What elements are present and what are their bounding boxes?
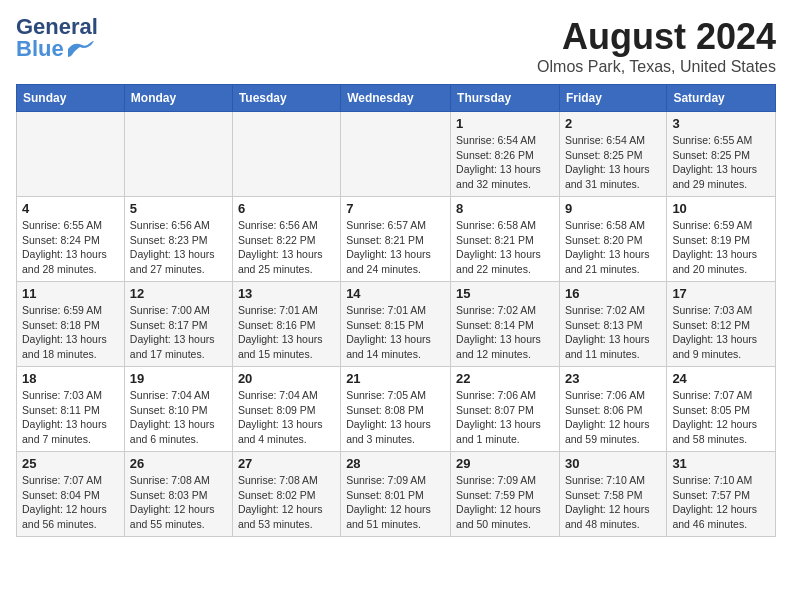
day-info: Sunrise: 6:59 AMSunset: 8:18 PMDaylight:… <box>22 303 119 362</box>
calendar-cell: 27Sunrise: 7:08 AMSunset: 8:02 PMDayligh… <box>232 452 340 537</box>
day-number: 9 <box>565 201 661 216</box>
calendar-table: SundayMondayTuesdayWednesdayThursdayFrid… <box>16 84 776 537</box>
calendar-cell: 2Sunrise: 6:54 AMSunset: 8:25 PMDaylight… <box>559 112 666 197</box>
day-number: 31 <box>672 456 770 471</box>
day-info: Sunrise: 7:01 AMSunset: 8:15 PMDaylight:… <box>346 303 445 362</box>
calendar-cell: 23Sunrise: 7:06 AMSunset: 8:06 PMDayligh… <box>559 367 666 452</box>
day-info: Sunrise: 7:00 AMSunset: 8:17 PMDaylight:… <box>130 303 227 362</box>
day-number: 3 <box>672 116 770 131</box>
day-info: Sunrise: 6:54 AMSunset: 8:25 PMDaylight:… <box>565 133 661 192</box>
day-number: 27 <box>238 456 335 471</box>
day-info: Sunrise: 7:06 AMSunset: 8:07 PMDaylight:… <box>456 388 554 447</box>
day-number: 19 <box>130 371 227 386</box>
day-info: Sunrise: 6:54 AMSunset: 8:26 PMDaylight:… <box>456 133 554 192</box>
day-info: Sunrise: 7:10 AMSunset: 7:58 PMDaylight:… <box>565 473 661 532</box>
day-number: 21 <box>346 371 445 386</box>
calendar-cell: 8Sunrise: 6:58 AMSunset: 8:21 PMDaylight… <box>451 197 560 282</box>
day-info: Sunrise: 6:55 AMSunset: 8:25 PMDaylight:… <box>672 133 770 192</box>
day-info: Sunrise: 6:57 AMSunset: 8:21 PMDaylight:… <box>346 218 445 277</box>
calendar-week-5: 25Sunrise: 7:07 AMSunset: 8:04 PMDayligh… <box>17 452 776 537</box>
logo-text: General Blue <box>16 16 98 60</box>
calendar-cell: 20Sunrise: 7:04 AMSunset: 8:09 PMDayligh… <box>232 367 340 452</box>
calendar-cell: 22Sunrise: 7:06 AMSunset: 8:07 PMDayligh… <box>451 367 560 452</box>
calendar-cell: 1Sunrise: 6:54 AMSunset: 8:26 PMDaylight… <box>451 112 560 197</box>
day-number: 11 <box>22 286 119 301</box>
day-number: 8 <box>456 201 554 216</box>
main-title: August 2024 <box>537 16 776 58</box>
calendar-cell: 9Sunrise: 6:58 AMSunset: 8:20 PMDaylight… <box>559 197 666 282</box>
calendar-cell: 16Sunrise: 7:02 AMSunset: 8:13 PMDayligh… <box>559 282 666 367</box>
calendar-cell <box>341 112 451 197</box>
day-number: 22 <box>456 371 554 386</box>
day-number: 1 <box>456 116 554 131</box>
calendar-header-row: SundayMondayTuesdayWednesdayThursdayFrid… <box>17 85 776 112</box>
calendar-cell: 7Sunrise: 6:57 AMSunset: 8:21 PMDaylight… <box>341 197 451 282</box>
calendar-week-4: 18Sunrise: 7:03 AMSunset: 8:11 PMDayligh… <box>17 367 776 452</box>
weekday-header-monday: Monday <box>124 85 232 112</box>
day-number: 13 <box>238 286 335 301</box>
day-info: Sunrise: 6:55 AMSunset: 8:24 PMDaylight:… <box>22 218 119 277</box>
day-number: 5 <box>130 201 227 216</box>
calendar-cell: 4Sunrise: 6:55 AMSunset: 8:24 PMDaylight… <box>17 197 125 282</box>
day-info: Sunrise: 7:03 AMSunset: 8:12 PMDaylight:… <box>672 303 770 362</box>
weekday-header-friday: Friday <box>559 85 666 112</box>
day-info: Sunrise: 7:04 AMSunset: 8:10 PMDaylight:… <box>130 388 227 447</box>
day-info: Sunrise: 6:58 AMSunset: 8:21 PMDaylight:… <box>456 218 554 277</box>
day-info: Sunrise: 6:59 AMSunset: 8:19 PMDaylight:… <box>672 218 770 277</box>
day-info: Sunrise: 7:06 AMSunset: 8:06 PMDaylight:… <box>565 388 661 447</box>
calendar-cell: 21Sunrise: 7:05 AMSunset: 8:08 PMDayligh… <box>341 367 451 452</box>
calendar-cell: 13Sunrise: 7:01 AMSunset: 8:16 PMDayligh… <box>232 282 340 367</box>
calendar-cell: 18Sunrise: 7:03 AMSunset: 8:11 PMDayligh… <box>17 367 125 452</box>
weekday-header-tuesday: Tuesday <box>232 85 340 112</box>
day-number: 14 <box>346 286 445 301</box>
calendar-cell: 3Sunrise: 6:55 AMSunset: 8:25 PMDaylight… <box>667 112 776 197</box>
weekday-header-saturday: Saturday <box>667 85 776 112</box>
day-info: Sunrise: 7:08 AMSunset: 8:02 PMDaylight:… <box>238 473 335 532</box>
day-info: Sunrise: 7:09 AMSunset: 7:59 PMDaylight:… <box>456 473 554 532</box>
title-section: August 2024 Olmos Park, Texas, United St… <box>537 16 776 76</box>
day-number: 2 <box>565 116 661 131</box>
day-number: 30 <box>565 456 661 471</box>
subtitle: Olmos Park, Texas, United States <box>537 58 776 76</box>
day-info: Sunrise: 7:08 AMSunset: 8:03 PMDaylight:… <box>130 473 227 532</box>
day-info: Sunrise: 7:07 AMSunset: 8:04 PMDaylight:… <box>22 473 119 532</box>
calendar-cell: 25Sunrise: 7:07 AMSunset: 8:04 PMDayligh… <box>17 452 125 537</box>
calendar-cell <box>232 112 340 197</box>
day-number: 20 <box>238 371 335 386</box>
day-info: Sunrise: 7:02 AMSunset: 8:14 PMDaylight:… <box>456 303 554 362</box>
day-info: Sunrise: 7:01 AMSunset: 8:16 PMDaylight:… <box>238 303 335 362</box>
calendar-week-1: 1Sunrise: 6:54 AMSunset: 8:26 PMDaylight… <box>17 112 776 197</box>
calendar-cell: 12Sunrise: 7:00 AMSunset: 8:17 PMDayligh… <box>124 282 232 367</box>
day-number: 17 <box>672 286 770 301</box>
calendar-cell: 15Sunrise: 7:02 AMSunset: 8:14 PMDayligh… <box>451 282 560 367</box>
day-number: 4 <box>22 201 119 216</box>
calendar-cell: 26Sunrise: 7:08 AMSunset: 8:03 PMDayligh… <box>124 452 232 537</box>
day-number: 10 <box>672 201 770 216</box>
calendar-cell: 30Sunrise: 7:10 AMSunset: 7:58 PMDayligh… <box>559 452 666 537</box>
calendar-cell: 24Sunrise: 7:07 AMSunset: 8:05 PMDayligh… <box>667 367 776 452</box>
day-number: 25 <box>22 456 119 471</box>
day-number: 26 <box>130 456 227 471</box>
weekday-header-sunday: Sunday <box>17 85 125 112</box>
calendar-week-2: 4Sunrise: 6:55 AMSunset: 8:24 PMDaylight… <box>17 197 776 282</box>
calendar-cell <box>17 112 125 197</box>
calendar-cell: 17Sunrise: 7:03 AMSunset: 8:12 PMDayligh… <box>667 282 776 367</box>
calendar-cell: 19Sunrise: 7:04 AMSunset: 8:10 PMDayligh… <box>124 367 232 452</box>
day-info: Sunrise: 7:04 AMSunset: 8:09 PMDaylight:… <box>238 388 335 447</box>
calendar-cell <box>124 112 232 197</box>
day-info: Sunrise: 7:03 AMSunset: 8:11 PMDaylight:… <box>22 388 119 447</box>
weekday-header-thursday: Thursday <box>451 85 560 112</box>
day-info: Sunrise: 6:56 AMSunset: 8:22 PMDaylight:… <box>238 218 335 277</box>
day-number: 23 <box>565 371 661 386</box>
calendar-cell: 10Sunrise: 6:59 AMSunset: 8:19 PMDayligh… <box>667 197 776 282</box>
day-info: Sunrise: 7:02 AMSunset: 8:13 PMDaylight:… <box>565 303 661 362</box>
weekday-header-wednesday: Wednesday <box>341 85 451 112</box>
calendar-cell: 31Sunrise: 7:10 AMSunset: 7:57 PMDayligh… <box>667 452 776 537</box>
bird-icon <box>66 39 94 59</box>
day-number: 18 <box>22 371 119 386</box>
calendar-week-3: 11Sunrise: 6:59 AMSunset: 8:18 PMDayligh… <box>17 282 776 367</box>
day-info: Sunrise: 6:56 AMSunset: 8:23 PMDaylight:… <box>130 218 227 277</box>
calendar-cell: 11Sunrise: 6:59 AMSunset: 8:18 PMDayligh… <box>17 282 125 367</box>
day-number: 15 <box>456 286 554 301</box>
logo: General Blue <box>16 16 98 60</box>
